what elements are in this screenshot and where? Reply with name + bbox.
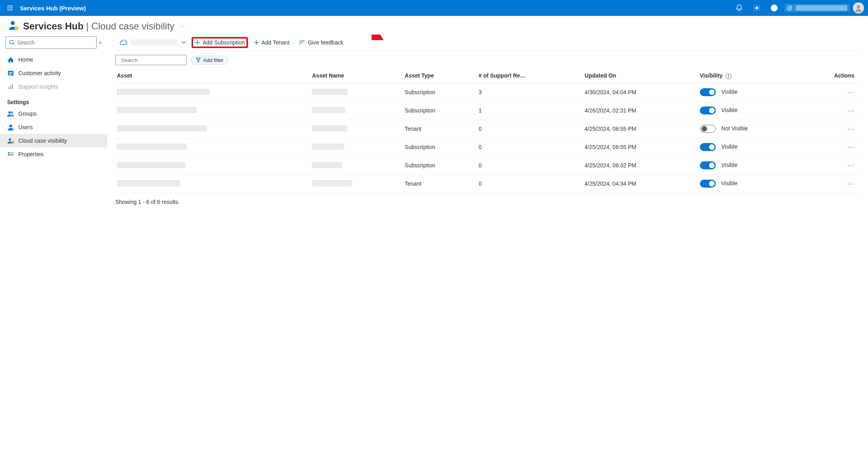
sidebar-search[interactable]	[6, 36, 97, 49]
sidebar-search-input[interactable]	[17, 39, 93, 46]
row-actions-icon[interactable]: ···	[847, 161, 854, 169]
asset-type-cell: Subscription	[403, 138, 477, 156]
body: « HomeCustomer activitySupport insights …	[0, 35, 868, 473]
tenant-selector[interactable]	[115, 37, 190, 48]
sidebar-item-cloud-case[interactable]: Cloud case visibility	[0, 134, 107, 147]
svg-rect-20	[8, 154, 10, 155]
plus-icon	[195, 40, 200, 45]
table-search[interactable]	[115, 55, 187, 65]
asset-type-cell: Subscription	[403, 83, 477, 101]
updated-cell: 4/30/2024, 04:04 PM	[583, 83, 698, 101]
column-header[interactable]: Visibility i	[698, 68, 806, 83]
visibility-label: Visible	[721, 180, 738, 186]
svg-point-13	[8, 111, 11, 114]
visibility-label: Visible	[721, 89, 738, 95]
page-title: Services Hub | Cloud case visibility	[23, 21, 174, 32]
chart-icon	[7, 83, 14, 90]
sidebar: « HomeCustomer activitySupport insights …	[0, 35, 107, 473]
support-req-cell: 0	[477, 138, 583, 156]
sidebar-section-settings: Settings	[0, 93, 107, 107]
add-subscription-label: Add Subscription	[203, 39, 245, 46]
redacted-asset	[117, 162, 186, 168]
sidebar-item-home[interactable]: Home	[0, 53, 107, 66]
visibility-toggle[interactable]	[700, 161, 716, 169]
redacted-asset	[117, 180, 180, 186]
header-more-icon[interactable]: ···	[178, 21, 186, 31]
sidebar-item-groups[interactable]: Groups	[0, 107, 107, 120]
table-search-input[interactable]	[121, 57, 188, 63]
support-req-cell: 0	[477, 174, 583, 193]
info-icon[interactable]: i	[726, 74, 731, 79]
list-icon	[7, 70, 14, 77]
sidebar-item-properties[interactable]: Properties	[0, 147, 107, 161]
column-header[interactable]: # of Support Re…	[477, 68, 583, 83]
visibility-toggle[interactable]	[700, 88, 716, 96]
redacted-asset-name	[312, 180, 352, 186]
redacted-asset-name	[312, 107, 345, 113]
avatar[interactable]	[853, 2, 864, 14]
svg-point-15	[10, 125, 12, 128]
sidebar-item-label: Support insights	[18, 83, 58, 90]
topbar-right: @	[732, 1, 864, 15]
row-actions-icon[interactable]: ···	[847, 88, 854, 96]
collapse-sidebar-icon[interactable]: «	[99, 40, 102, 45]
redacted-tenant	[130, 39, 178, 46]
add-subscription-button[interactable]: Add Subscription	[192, 37, 248, 48]
column-header[interactable]: Asset Name	[310, 68, 403, 83]
column-header[interactable]: Asset Type	[403, 68, 477, 83]
sidebar-item-customer-activity[interactable]: Customer activity	[0, 66, 107, 80]
asset-type-cell: Tenant	[403, 120, 477, 138]
redacted-asset	[117, 89, 209, 95]
visibility-toggle[interactable]	[700, 125, 716, 133]
svg-point-3	[11, 21, 15, 25]
redacted-asset	[117, 143, 186, 150]
svg-rect-11	[10, 85, 12, 89]
column-header[interactable]: Updated On	[583, 68, 698, 83]
updated-cell: 4/26/2024, 02:31 PM	[583, 101, 698, 120]
asset-type-cell: Subscription	[403, 101, 477, 120]
svg-rect-7	[9, 72, 13, 73]
visibility-toggle[interactable]	[700, 143, 716, 151]
support-req-cell: 0	[477, 120, 583, 138]
row-actions-icon[interactable]: ···	[847, 107, 854, 114]
row-actions-icon[interactable]: ···	[847, 180, 854, 188]
main: Add Subscription Add Tenant Give feedbac…	[107, 35, 868, 473]
svg-point-23	[300, 40, 302, 43]
add-filter-chip[interactable]: Add filter	[191, 56, 229, 65]
chevron-down-icon	[181, 41, 186, 44]
props-icon	[7, 151, 14, 158]
settings-icon[interactable]	[750, 1, 764, 15]
app-title: Services Hub (Preview)	[20, 5, 86, 12]
user-chip[interactable]: @	[785, 4, 850, 12]
svg-point-16	[9, 138, 11, 141]
give-feedback-label: Give feedback	[308, 39, 343, 46]
table-row: Subscription 3 4/30/2024, 04:04 PM Visib…	[115, 83, 860, 101]
redacted-asset-name	[312, 125, 347, 132]
sidebar-item-label: Users	[18, 124, 33, 130]
hamburger-menu[interactable]	[4, 2, 16, 14]
service-icon	[8, 20, 19, 32]
svg-point-14	[11, 111, 13, 114]
row-actions-icon[interactable]: ···	[847, 143, 854, 151]
svg-rect-12	[12, 84, 13, 89]
visibility-toggle[interactable]	[700, 107, 716, 114]
give-feedback-button[interactable]: Give feedback	[295, 37, 347, 48]
row-actions-icon[interactable]: ···	[847, 125, 854, 133]
topbar: Services Hub (Preview) @	[0, 0, 868, 16]
svg-point-2	[857, 5, 860, 8]
svg-rect-9	[9, 74, 12, 75]
asset-type-cell: Tenant	[403, 174, 477, 193]
updated-cell: 4/25/2024, 06:32 PM	[583, 156, 698, 174]
add-tenant-button[interactable]: Add Tenant	[250, 37, 294, 48]
column-header[interactable]: Actions	[806, 68, 860, 83]
notifications-icon[interactable]	[732, 1, 746, 15]
help-icon[interactable]	[767, 1, 781, 15]
visibility-toggle[interactable]	[700, 180, 716, 188]
svg-rect-10	[8, 87, 10, 89]
assets-table: AssetAsset NameAsset Type# of Support Re…	[115, 68, 860, 193]
column-header[interactable]: Asset	[115, 68, 310, 83]
svg-point-5	[10, 41, 14, 44]
sidebar-item-users[interactable]: Users	[0, 120, 107, 134]
table-footer: Showing 1 - 6 of 6 results.	[115, 193, 860, 211]
sidebar-item-label: Groups	[18, 110, 37, 117]
